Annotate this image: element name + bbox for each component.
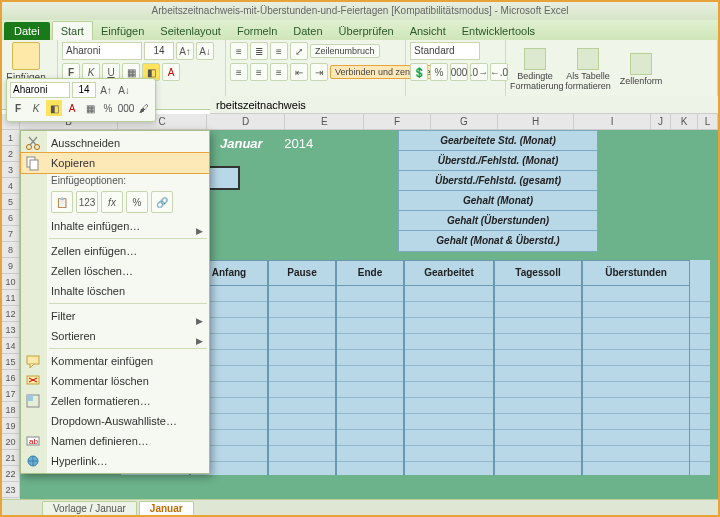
tab-ueberpruefen[interactable]: Überprüfen: [331, 22, 402, 40]
wrap-text-button[interactable]: Zeilenumbruch: [310, 44, 380, 58]
paste-formulas-button[interactable]: fx: [101, 191, 123, 213]
mini-percent[interactable]: %: [100, 100, 116, 116]
sheet-tab-januar[interactable]: Januar: [139, 501, 194, 515]
mini-font-select[interactable]: Aharoni: [10, 82, 70, 98]
row-header-3[interactable]: 3: [2, 162, 20, 178]
row-header-6[interactable]: 6: [2, 210, 20, 226]
file-tab[interactable]: Datei: [4, 22, 50, 40]
table-column[interactable]: [404, 286, 494, 475]
mini-shrink-font[interactable]: A↓: [116, 82, 132, 98]
mini-italic[interactable]: K: [28, 100, 44, 116]
align-left-button[interactable]: ≡: [230, 63, 248, 81]
format-as-table-button[interactable]: Als Tabelle formatieren: [563, 48, 613, 91]
thousands-button[interactable]: 000: [450, 63, 468, 81]
table-column[interactable]: [582, 286, 690, 475]
currency-button[interactable]: 💲: [410, 63, 428, 81]
paste-formatting-button[interactable]: %: [126, 191, 148, 213]
row-header-12[interactable]: 12: [2, 306, 20, 322]
cm-delete-cells[interactable]: Zellen löschen…: [21, 261, 209, 281]
col-header-H[interactable]: H: [498, 114, 575, 130]
col-header-J[interactable]: J: [651, 114, 671, 130]
cm-format-cells[interactable]: Zellen formatieren…: [21, 391, 209, 411]
col-header-L[interactable]: L: [698, 114, 718, 130]
row-header-18[interactable]: 18: [2, 402, 20, 418]
mini-font-color[interactable]: A: [64, 100, 80, 116]
orientation-button[interactable]: ⤢: [290, 42, 308, 60]
row-header-21[interactable]: 21: [2, 450, 20, 466]
row-header-19[interactable]: 19: [2, 418, 20, 434]
align-bottom-button[interactable]: ≡: [270, 42, 288, 60]
cm-insert-cells[interactable]: Zellen einfügen…: [21, 241, 209, 261]
col-header-D[interactable]: D: [207, 114, 286, 130]
font-size-select[interactable]: 14: [144, 42, 174, 60]
row-header-7[interactable]: 7: [2, 226, 20, 242]
cell-styles-button[interactable]: Zellenform: [616, 53, 666, 86]
row-header-15[interactable]: 15: [2, 354, 20, 370]
cm-delete-comment[interactable]: Kommentar löschen: [21, 371, 209, 391]
cm-filter[interactable]: Filter▶: [21, 306, 209, 326]
tab-einfuegen[interactable]: Einfügen: [93, 22, 152, 40]
grow-font-button[interactable]: A↑: [176, 42, 194, 60]
row-header-4[interactable]: 4: [2, 178, 20, 194]
cm-sort[interactable]: Sortieren▶: [21, 326, 209, 346]
tab-start[interactable]: Start: [52, 21, 93, 40]
mini-fill-color[interactable]: ◧: [46, 100, 62, 116]
cm-insert-comment[interactable]: Kommentar einfügen: [21, 351, 209, 371]
row-header-17[interactable]: 17: [2, 386, 20, 402]
row-header-9[interactable]: 9: [2, 258, 20, 274]
percent-button[interactable]: %: [430, 63, 448, 81]
sheet-tab-vorlage[interactable]: Vorlage / Januar: [42, 501, 137, 515]
align-right-button[interactable]: ≡: [270, 63, 288, 81]
col-header-E[interactable]: E: [285, 114, 364, 130]
mini-border[interactable]: ▦: [82, 100, 98, 116]
row-header-10[interactable]: 10: [2, 274, 20, 290]
mini-thousands[interactable]: 000: [118, 100, 134, 116]
number-format-select[interactable]: Standard: [410, 42, 480, 60]
row-header-8[interactable]: 8: [2, 242, 20, 258]
cm-copy[interactable]: Kopieren: [21, 153, 209, 173]
col-header-K[interactable]: K: [671, 114, 699, 130]
tab-entwicklertools[interactable]: Entwicklertools: [454, 22, 543, 40]
tab-seitenlayout[interactable]: Seitenlayout: [152, 22, 229, 40]
row-header-13[interactable]: 13: [2, 322, 20, 338]
mini-bold[interactable]: F: [10, 100, 26, 116]
table-column[interactable]: [336, 286, 404, 475]
font-color-button[interactable]: A: [162, 63, 180, 81]
mini-grow-font[interactable]: A↑: [98, 82, 114, 98]
row-header-23[interactable]: 23: [2, 482, 20, 498]
tab-daten[interactable]: Daten: [285, 22, 330, 40]
col-header-G[interactable]: G: [431, 114, 498, 130]
row-header-1[interactable]: 1: [2, 130, 20, 146]
row-header-22[interactable]: 22: [2, 466, 20, 482]
row-header-11[interactable]: 11: [2, 290, 20, 306]
table-column[interactable]: [268, 286, 336, 475]
tab-ansicht[interactable]: Ansicht: [402, 22, 454, 40]
cm-paste-special[interactable]: Inhalte einfügen…▶: [21, 216, 209, 236]
font-name-select[interactable]: Aharoni: [62, 42, 142, 60]
align-top-button[interactable]: ≡: [230, 42, 248, 60]
cm-cut[interactable]: Ausschneiden: [21, 133, 209, 153]
paste-all-button[interactable]: 📋: [51, 191, 73, 213]
row-header-16[interactable]: 16: [2, 370, 20, 386]
paste-link-button[interactable]: 🔗: [151, 191, 173, 213]
conditional-formatting-button[interactable]: Bedingte Formatierung: [510, 48, 560, 91]
paste-values-button[interactable]: 123: [76, 191, 98, 213]
row-header-5[interactable]: 5: [2, 194, 20, 210]
col-header-I[interactable]: I: [574, 114, 651, 130]
inc-decimal-button[interactable]: .0→: [470, 63, 488, 81]
cm-clear-contents[interactable]: Inhalte löschen: [21, 281, 209, 301]
mini-format-painter[interactable]: 🖌: [136, 100, 152, 116]
cm-hyperlink[interactable]: Hyperlink…: [21, 451, 209, 471]
paste-button[interactable]: Einfügen: [6, 42, 46, 83]
row-header-14[interactable]: 14: [2, 338, 20, 354]
mini-size-select[interactable]: 14: [72, 82, 96, 98]
cm-define-name[interactable]: ab Namen definieren…: [21, 431, 209, 451]
indent-inc-button[interactable]: ⇥: [310, 63, 328, 81]
row-header-20[interactable]: 20: [2, 434, 20, 450]
cm-dropdown-list[interactable]: Dropdown-Auswahlliste…: [21, 411, 209, 431]
formula-bar[interactable]: rbeitszeitnachweis: [210, 96, 718, 114]
indent-dec-button[interactable]: ⇤: [290, 63, 308, 81]
align-center-button[interactable]: ≡: [250, 63, 268, 81]
align-middle-button[interactable]: ≣: [250, 42, 268, 60]
table-column[interactable]: [494, 286, 582, 475]
